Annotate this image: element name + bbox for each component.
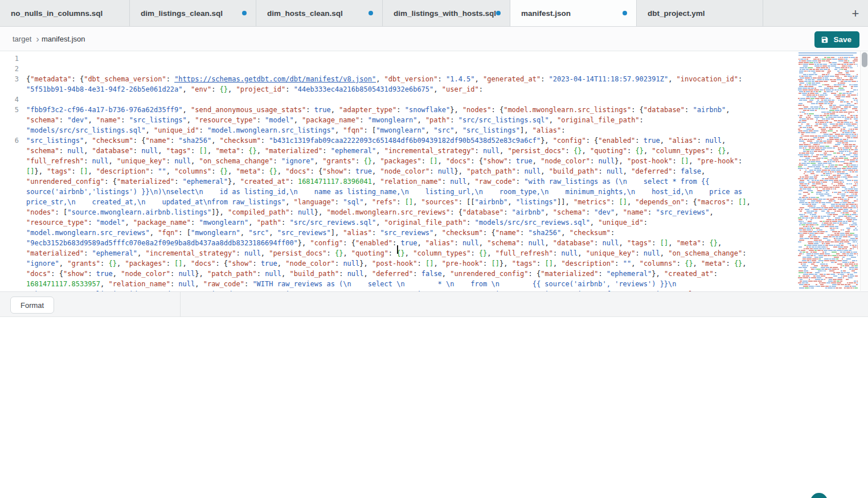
save-button[interactable]: Save bbox=[814, 31, 859, 48]
line-number: 2 bbox=[0, 64, 26, 74]
unsaved-changes-dot bbox=[242, 11, 247, 15]
bottom-action-bar: Format bbox=[0, 291, 868, 317]
line-number: 1 bbox=[0, 53, 26, 64]
unsaved-changes-dot bbox=[623, 11, 627, 15]
line-number: 6 bbox=[0, 135, 26, 146]
tab-manifest-json[interactable]: manifest.json bbox=[510, 0, 637, 26]
tab-dim-listings-clean-sql[interactable]: dim_listings_clean.sql bbox=[130, 0, 256, 26]
tab-dbt-project-yml[interactable]: dbt_project.yml bbox=[637, 0, 763, 26]
code-editor[interactable]: 1 2 3 {"metadata": {"dbt_schema_version"… bbox=[0, 51, 797, 291]
line-number: 3 bbox=[0, 74, 26, 84]
scrollbar-thumb[interactable] bbox=[862, 52, 867, 67]
line-code: "src_listings", "checksum": {"name": "sh… bbox=[26, 135, 751, 291]
tab-label: no_nulls_in_columns.sql bbox=[11, 9, 103, 18]
breadcrumb-folder: target bbox=[13, 35, 31, 43]
save-button-label: Save bbox=[833, 35, 851, 44]
line-code: {"metadata": {"dbt_schema_version": "htt… bbox=[26, 74, 751, 94]
line-code bbox=[26, 53, 30, 64]
tab-bar: no_nulls_in_columns.sql dim_listings_cle… bbox=[0, 0, 868, 27]
dbt-ide-window: no_nulls_in_columns.sql dim_listings_cle… bbox=[0, 0, 868, 498]
editor-line[interactable]: 1 bbox=[0, 53, 797, 64]
unsaved-changes-dot bbox=[496, 11, 501, 15]
tab-label: dbt_project.yml bbox=[648, 9, 705, 18]
new-tab-button[interactable]: + bbox=[843, 0, 868, 27]
line-code bbox=[26, 64, 30, 74]
tab-label: dim_listings_clean.sql bbox=[141, 9, 223, 18]
editor-line[interactable]: 2 bbox=[0, 64, 797, 74]
line-number: 4 bbox=[0, 94, 26, 105]
floppy-disk-icon bbox=[821, 36, 829, 44]
tab-dim-hosts-clean-sql[interactable]: dim_hosts_clean.sql bbox=[256, 0, 383, 26]
editor-line[interactable]: 5 "fbb9f3c2-cf96-4a17-b736-976a62d35ff9"… bbox=[0, 105, 797, 135]
line-number: 5 bbox=[0, 105, 26, 115]
line-code: "fbb9f3c2-cf96-4a17-b736-976a62d35ff9", … bbox=[26, 105, 751, 135]
editor-minimap[interactable] bbox=[797, 51, 860, 291]
chevron-right-icon: › bbox=[36, 34, 39, 44]
vertical-scrollbar[interactable] bbox=[860, 51, 868, 291]
tab-label: dim_listings_with_hosts.sql bbox=[394, 9, 496, 18]
tab-label: manifest.json bbox=[521, 9, 571, 18]
text-caret bbox=[397, 245, 398, 254]
line-code bbox=[26, 94, 30, 105]
editor-line[interactable]: 3 {"metadata": {"dbt_schema_version": "h… bbox=[0, 74, 797, 94]
format-button[interactable]: Format bbox=[10, 297, 54, 314]
plus-icon: + bbox=[852, 6, 859, 21]
tab-dim-listings-with-hosts-sql[interactable]: dim_listings_with_hosts.sql bbox=[383, 0, 510, 26]
tab-no-nulls-in-columns-sql[interactable]: no_nulls_in_columns.sql bbox=[0, 0, 130, 26]
unsaved-changes-dot bbox=[369, 11, 373, 15]
results-panel bbox=[0, 317, 868, 498]
file-toolbar: target › manifest.json Save bbox=[0, 27, 868, 51]
editor-line[interactable]: 6 "src_listings", "checksum": {"name": "… bbox=[0, 135, 797, 291]
editor-line[interactable]: 4 bbox=[0, 94, 797, 105]
editor-lines: 1 2 3 {"metadata": {"dbt_schema_version"… bbox=[0, 53, 797, 291]
panel-divider bbox=[180, 292, 181, 318]
tab-label: dim_hosts_clean.sql bbox=[267, 9, 343, 18]
breadcrumb-file: manifest.json bbox=[42, 35, 85, 43]
